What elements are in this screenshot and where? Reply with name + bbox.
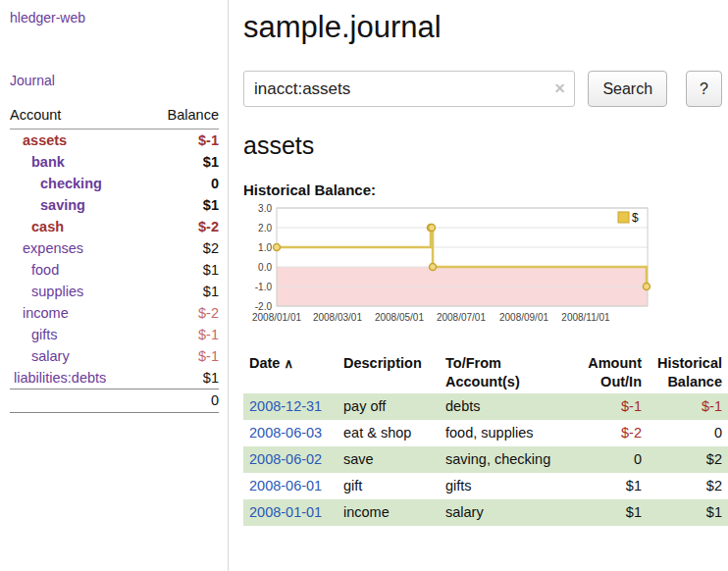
transaction-row: 2008-06-03eat & shopfood, supplies$-20 bbox=[243, 420, 728, 446]
account-row: saving$1 bbox=[10, 194, 219, 216]
account-balance: 0 bbox=[146, 173, 219, 194]
account-balance: $1 bbox=[146, 367, 219, 389]
description-column-header: Description bbox=[338, 352, 440, 393]
account-link-cash[interactable]: cash bbox=[31, 219, 64, 234]
total-spacer bbox=[10, 389, 146, 413]
account-row: food$1 bbox=[10, 259, 219, 281]
account-balance: $1 bbox=[146, 151, 219, 173]
search-button[interactable]: Search bbox=[588, 71, 667, 107]
transaction-date-link[interactable]: 2008-06-01 bbox=[249, 478, 322, 493]
account-row: expenses$2 bbox=[10, 237, 219, 259]
x-tick-label: 2008/07/01 bbox=[437, 312, 486, 323]
sidebar-item-journal[interactable]: Journal bbox=[10, 73, 219, 88]
account-balance: $1 bbox=[146, 281, 219, 302]
sidebar: hledger-web Journal Account Balance asse… bbox=[0, 0, 229, 571]
transaction-description: save bbox=[338, 446, 440, 473]
transaction-amount: 0 bbox=[573, 446, 648, 473]
x-tick-label: 2008/05/01 bbox=[375, 312, 424, 323]
transaction-balance: 0 bbox=[648, 420, 728, 446]
transaction-balance: $2 bbox=[648, 473, 728, 499]
account-row: bank$1 bbox=[10, 151, 219, 173]
accounts-table: Account Balance assets$-1bank$1checking0… bbox=[10, 104, 219, 413]
amount-header-line2: Out/In bbox=[600, 374, 642, 389]
x-tick-label: 2008/09/01 bbox=[499, 312, 548, 323]
account-heading: assets bbox=[243, 131, 722, 160]
transaction-date-link[interactable]: 2008-01-01 bbox=[249, 504, 322, 520]
help-button[interactable]: ? bbox=[686, 71, 722, 107]
account-link-liabilities-debts[interactable]: liabilities:debts bbox=[14, 370, 106, 386]
search-input[interactable] bbox=[243, 71, 575, 107]
account-row: cash$-2 bbox=[10, 216, 219, 237]
x-tick-label: 2008/01/01 bbox=[252, 312, 301, 323]
data-point-marker bbox=[430, 264, 437, 271]
account-link-bank[interactable]: bank bbox=[31, 154, 65, 170]
transaction-row: 2008-12-31pay offdebts$-1$-1 bbox=[243, 393, 728, 420]
transaction-accounts: gifts bbox=[440, 473, 573, 499]
x-tick-label: 2008/03/01 bbox=[313, 312, 362, 323]
y-tick-label: 3.0 bbox=[258, 203, 272, 214]
transaction-date-link[interactable]: 2008-06-02 bbox=[249, 451, 322, 467]
account-row: gifts$-1 bbox=[10, 324, 219, 345]
accounts-table-header-row: Account Balance bbox=[10, 104, 219, 130]
account-link-assets[interactable]: assets bbox=[23, 132, 67, 148]
account-link-supplies[interactable]: supplies bbox=[31, 284, 83, 299]
transaction-balance: $2 bbox=[648, 446, 728, 473]
main-content: sample.journal ✕ Search ? assets Histori… bbox=[230, 0, 728, 526]
y-tick-label: 0.0 bbox=[258, 262, 272, 273]
data-point-marker bbox=[429, 225, 436, 232]
search-input-wrapper: ✕ bbox=[243, 71, 575, 107]
transaction-row: 2008-06-02savesaving, checking0$2 bbox=[243, 446, 728, 473]
transaction-description: income bbox=[338, 499, 440, 526]
transaction-amount: $1 bbox=[573, 473, 648, 499]
y-tick-label: -1.0 bbox=[255, 282, 273, 292]
account-link-income[interactable]: income bbox=[23, 305, 69, 321]
sort-ascending-icon: ∧ bbox=[284, 356, 293, 371]
transaction-amount: $1 bbox=[573, 499, 648, 526]
transaction-accounts: debts bbox=[440, 393, 573, 420]
balance-chart: 3.02.01.00.0-1.0-2.02008/01/012008/03/01… bbox=[243, 200, 665, 337]
account-balance: $-1 bbox=[146, 345, 219, 367]
account-header-line2: Account(s) bbox=[445, 374, 520, 389]
y-tick-label: 1.0 bbox=[258, 242, 272, 253]
search-bar: ✕ Search ? bbox=[243, 71, 722, 107]
transaction-balance: $-1 bbox=[648, 393, 728, 420]
transaction-amount: $-1 bbox=[573, 393, 648, 420]
account-link-food[interactable]: food bbox=[31, 262, 59, 278]
account-balance: $-2 bbox=[146, 302, 219, 324]
account-balance: $1 bbox=[146, 194, 219, 216]
account-row: income$-2 bbox=[10, 302, 219, 324]
accounts-table-body: assets$-1bank$1checking0saving$1cash$-2e… bbox=[10, 130, 219, 389]
app-title-link[interactable]: hledger-web bbox=[10, 10, 219, 26]
amount-header-line1: Amount bbox=[588, 355, 642, 371]
account-row: assets$-1 bbox=[10, 130, 219, 152]
transaction-date-link[interactable]: 2008-06-03 bbox=[249, 425, 322, 441]
chart-title: Historical Balance: bbox=[243, 182, 722, 198]
total-balance: 0 bbox=[146, 389, 219, 413]
account-link-expenses[interactable]: expenses bbox=[23, 240, 83, 256]
account-column-header-main: To/From Account(s) bbox=[440, 352, 573, 393]
account-header-line1: To/From bbox=[445, 355, 501, 371]
account-balance: $2 bbox=[146, 237, 219, 259]
account-row: liabilities:debts$1 bbox=[10, 367, 219, 389]
x-tick-label: 2008/11/01 bbox=[561, 312, 610, 323]
legend-swatch bbox=[618, 212, 629, 223]
account-column-header: Account bbox=[10, 104, 146, 130]
transaction-balance: $1 bbox=[648, 499, 728, 526]
account-row: salary$-1 bbox=[10, 345, 219, 367]
account-balance: $-1 bbox=[146, 324, 219, 345]
date-column-header[interactable]: Date ∧ bbox=[243, 352, 338, 393]
account-link-salary[interactable]: salary bbox=[31, 348, 70, 364]
clear-search-icon[interactable]: ✕ bbox=[554, 80, 566, 96]
account-balance: $-2 bbox=[146, 216, 219, 237]
data-point-marker bbox=[274, 244, 281, 251]
account-link-saving[interactable]: saving bbox=[40, 197, 85, 213]
transaction-row: 2008-06-01giftgifts$1$2 bbox=[243, 473, 728, 499]
transaction-accounts: saving, checking bbox=[440, 446, 573, 473]
transaction-description: gift bbox=[338, 473, 440, 499]
account-balance: $-1 bbox=[146, 130, 219, 152]
register-header-row: Date ∧ Description To/From Account(s) Am… bbox=[243, 352, 728, 393]
account-link-checking[interactable]: checking bbox=[40, 176, 102, 191]
transaction-row: 2008-01-01incomesalary$1$1 bbox=[243, 499, 728, 526]
transaction-date-link[interactable]: 2008-12-31 bbox=[249, 398, 322, 414]
account-link-gifts[interactable]: gifts bbox=[31, 327, 58, 342]
